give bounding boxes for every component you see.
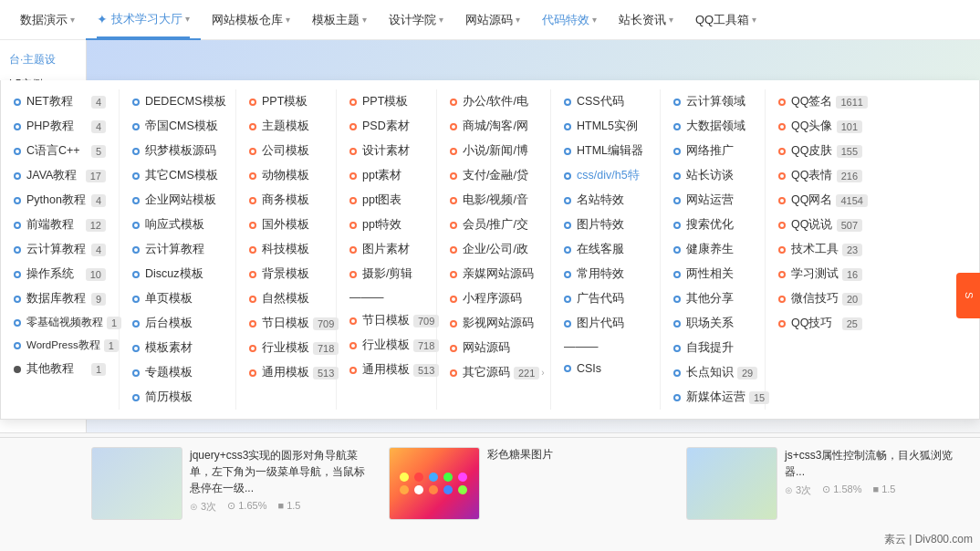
menu-foreign[interactable]: 国外模板 <box>244 213 328 237</box>
menu-seo[interactable]: 搜索优化 <box>668 213 757 237</box>
menu-template-material[interactable]: 模板素材 <box>127 336 228 360</box>
menu-other-tutorial[interactable]: 其他教程 1 <box>8 357 111 381</box>
menu-online-service[interactable]: 在线客服 <box>558 237 652 262</box>
menu-general[interactable]: 通用模板 513 <box>244 360 328 385</box>
menu-video2[interactable]: 电影/视频/音 <box>444 188 543 213</box>
menu-self-improve[interactable]: 自我提升 <box>668 336 757 360</box>
nav-item-effects[interactable]: 代码特效 ▾ <box>531 0 608 40</box>
menu-qq-skin[interactable]: QQ皮肤 155 <box>773 139 868 163</box>
menu-img-material[interactable]: 图片素材 <box>344 237 429 262</box>
nav-item-design[interactable]: 设计学院 ▾ <box>378 0 454 40</box>
menu-qq-trick[interactable]: QQ技巧 25 <box>773 311 868 336</box>
menu-css[interactable]: CSS代码 <box>558 89 652 114</box>
menu-c[interactable]: C语言C++ 5 <box>8 139 111 163</box>
menu-dicms[interactable]: 帝国CMS模板 <box>127 114 228 139</box>
menu-qq-emotion[interactable]: QQ表情 216 <box>773 163 868 188</box>
menu-website[interactable]: 网站源码 <box>444 336 543 360</box>
menu-wordpress[interactable]: WordPress教程 1 <box>8 334 111 357</box>
side-item-themes[interactable]: 台·主题设 <box>0 47 86 72</box>
menu-cloud-domain[interactable]: 云计算领域 <box>668 89 757 114</box>
menu-knowledge[interactable]: 长点知识 29 <box>668 360 757 385</box>
menu-newmedia[interactable]: 新媒体运营 15 <box>668 385 757 410</box>
menu-bigdata[interactable]: 大数据领域 <box>668 114 757 139</box>
menu-othercms[interactable]: 其它CMS模板 <box>127 163 228 188</box>
menu-responsive[interactable]: 响应式模板 <box>127 213 228 237</box>
menu-general2[interactable]: 通用模板 513 <box>344 358 429 382</box>
menu-php[interactable]: PHP教程 4 <box>8 114 111 139</box>
nav-item-themes[interactable]: 模板主题 ▾ <box>301 0 378 40</box>
menu-career[interactable]: 职场关系 <box>668 311 757 336</box>
menu-health[interactable]: 健康养生 <box>668 237 757 262</box>
menu-cloud2[interactable]: 云计算教程 <box>127 237 228 262</box>
menu-img-effect[interactable]: 图片特效 <box>558 213 652 237</box>
nav-item-learning[interactable]: ✦ 技术学习大厅 ▾ <box>86 0 201 40</box>
menu-qq-avatar[interactable]: QQ头像 101 <box>773 114 868 139</box>
nav-item-source[interactable]: 网站源码 ▾ <box>454 0 531 40</box>
menu-festival[interactable]: 节日模板 709 <box>244 311 328 336</box>
menu-cloud[interactable]: 云计算教程 4 <box>8 237 111 262</box>
menu-resume[interactable]: 简历模板 <box>127 385 228 410</box>
menu-novel[interactable]: 小说/新闻/博 <box>444 139 543 163</box>
menu-industry2[interactable]: 行业模板 718 <box>344 333 429 358</box>
menu-theme[interactable]: 主题模板 <box>244 114 328 139</box>
menu-tech-tools[interactable]: 技术工具 23 <box>773 237 868 262</box>
menu-interview[interactable]: 站长访谈 <box>668 163 757 188</box>
menu-ppt2[interactable]: PPT模板 <box>344 89 429 114</box>
menu-ad-code[interactable]: 广告代码 <box>558 286 652 311</box>
menu-company[interactable]: 公司模板 <box>244 139 328 163</box>
menu-qq-say[interactable]: QQ说说 507 <box>773 213 868 237</box>
menu-qq-sig[interactable]: QQ签名 1611 <box>773 89 868 114</box>
right-float-button[interactable]: S <box>956 273 980 318</box>
menu-cssdiv[interactable]: css/div/h5特 <box>558 163 652 188</box>
menu-dreamcms[interactable]: 织梦模板源码 <box>127 139 228 163</box>
menu-corp[interactable]: 企业/公司/政 <box>444 237 543 262</box>
menu-office[interactable]: 办公/软件/电 <box>444 89 543 114</box>
menu-common-effect[interactable]: 常用特效 <box>558 262 652 286</box>
menu-frontend[interactable]: 前端教程 12 <box>8 213 111 237</box>
menu-festival2[interactable]: 节日模板 709 <box>344 308 429 333</box>
menu-special[interactable]: 专题模板 <box>127 360 228 385</box>
menu-industry[interactable]: 行业模板 718 <box>244 336 328 360</box>
menu-python[interactable]: Python教程 4 <box>8 188 111 213</box>
menu-share[interactable]: 其他分享 <box>668 286 757 311</box>
menu-nature[interactable]: 自然模板 <box>244 286 328 311</box>
menu-miniapp[interactable]: 小程序源码 <box>444 286 543 311</box>
menu-csis[interactable]: CSIs <box>558 358 652 379</box>
menu-img-code[interactable]: 图片代码 <box>558 311 652 336</box>
menu-psd[interactable]: PSD素材 <box>344 114 429 139</box>
menu-backend[interactable]: 后台模板 <box>127 311 228 336</box>
menu-discuz[interactable]: Discuz模板 <box>127 262 228 286</box>
menu-bg[interactable]: 背景模板 <box>244 262 328 286</box>
menu-finance[interactable]: 支付/金融/贷 <box>444 163 543 188</box>
menu-os[interactable]: 操作系统 10 <box>8 262 111 286</box>
nav-item-templates[interactable]: 网站模板仓库 ▾ <box>201 0 301 40</box>
menu-wechat[interactable]: 微信技巧 20 <box>773 286 868 311</box>
menu-dedecms[interactable]: DEDECMS模板 <box>127 89 228 114</box>
menu-html5[interactable]: HTML5实例 <box>558 114 652 139</box>
menu-ppt[interactable]: PPT模板 <box>244 89 328 114</box>
menu-ops[interactable]: 网站运营 <box>668 188 757 213</box>
menu-gender[interactable]: 两性相关 <box>668 262 757 286</box>
menu-site-effect[interactable]: 名站特效 <box>558 188 652 213</box>
menu-network[interactable]: 网络推广 <box>668 139 757 163</box>
menu-db[interactable]: 数据库教程 9 <box>8 286 111 311</box>
menu-qq-name[interactable]: QQ网名 4154 <box>773 188 868 213</box>
menu-shop[interactable]: 商城/淘客/网 <box>444 114 543 139</box>
menu-enterprise[interactable]: 企业网站模板 <box>127 188 228 213</box>
nav-item-data[interactable]: 数据演示 ▾ <box>9 0 86 40</box>
menu-member[interactable]: 会员/推广/交 <box>444 213 543 237</box>
menu-animal[interactable]: 动物模板 <box>244 163 328 188</box>
menu-business[interactable]: 商务模板 <box>244 188 328 213</box>
menu-video[interactable]: 零基础视频教程 1 <box>8 311 111 334</box>
menu-video-site[interactable]: 影视网站源码 <box>444 311 543 336</box>
menu-ppt-chart[interactable]: ppt图表 <box>344 188 429 213</box>
menu-other-source[interactable]: 其它源码 221 › <box>444 360 543 385</box>
menu-single[interactable]: 单页模板 <box>127 286 228 311</box>
nav-item-news[interactable]: 站长资讯 ▾ <box>608 0 684 40</box>
menu-net[interactable]: NET教程 4 <box>8 89 111 114</box>
menu-design-material[interactable]: 设计素材 <box>344 139 429 163</box>
menu-ppt-material[interactable]: ppt素材 <box>344 163 429 188</box>
menu-tech[interactable]: 科技模板 <box>244 237 328 262</box>
menu-ppt-effect[interactable]: ppt特效 <box>344 213 429 237</box>
menu-htmleditor[interactable]: HTML编辑器 <box>558 139 652 163</box>
